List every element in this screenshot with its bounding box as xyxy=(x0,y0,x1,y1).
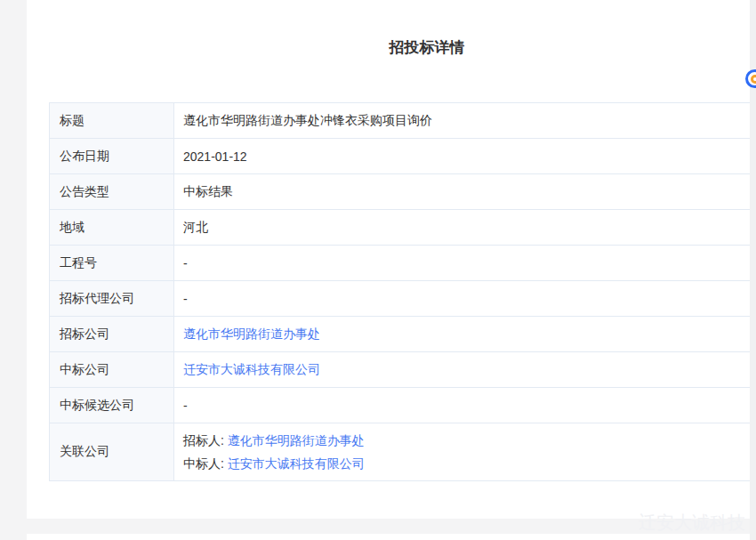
table-row: 招标代理公司 - xyxy=(50,281,756,317)
row-value: - xyxy=(174,388,756,423)
page-viewport: 招投标详情 标题 遵化市华明路街道办事处冲锋衣采购项目询价 公布日期 2021-… xyxy=(0,0,756,540)
bid-detail-table: 标题 遵化市华明路街道办事处冲锋衣采购项目询价 公布日期 2021-01-12 … xyxy=(49,102,756,481)
related-prefix: 中标人: xyxy=(183,456,228,471)
row-label: 公布日期 xyxy=(50,139,174,173)
row-label: 公告类型 xyxy=(50,174,174,209)
row-value: 2021-01-12 xyxy=(174,139,756,173)
related-tender-company-link[interactable]: 遵化市华明路街道办事处 xyxy=(228,433,365,447)
related-company-line: 招标人: 遵化市华明路街道办事处 xyxy=(183,429,365,452)
row-value: 迁安市大诚科技有限公司 xyxy=(174,352,756,387)
tender-company-link[interactable]: 遵化市华明路街道办事处 xyxy=(183,326,320,343)
concentric-circle-inner xyxy=(751,75,756,84)
table-row: 公告类型 中标结果 xyxy=(50,174,756,210)
next-section-card xyxy=(27,534,756,540)
table-row: 关联公司 招标人: 遵化市华明路街道办事处 中标人: 迁安市大诚科技有限公司 xyxy=(50,423,756,481)
project-no-value: - xyxy=(183,256,188,270)
row-label: 招标代理公司 xyxy=(50,281,174,316)
row-label: 标题 xyxy=(50,103,174,138)
notice-type-value: 中标结果 xyxy=(183,184,233,200)
candidate-company-value: - xyxy=(183,399,188,413)
winning-company-link[interactable]: 迁安市大诚科技有限公司 xyxy=(183,362,320,378)
row-value: 遵化市华明路街道办事处 xyxy=(174,317,756,351)
table-row: 公布日期 2021-01-12 xyxy=(50,139,756,174)
watermark: 迁安大诚科技 xyxy=(639,511,745,535)
publish-date-value: 2021-01-12 xyxy=(183,149,247,164)
table-row: 标题 遵化市华明路街道办事处冲锋衣采购项目询价 xyxy=(50,103,756,139)
row-value: - xyxy=(174,281,756,316)
related-prefix: 招标人: xyxy=(183,433,228,447)
row-label: 关联公司 xyxy=(50,423,174,480)
row-value: - xyxy=(174,246,756,280)
row-value: 河北 xyxy=(174,210,756,245)
row-label: 中标公司 xyxy=(50,352,174,387)
row-label: 招标公司 xyxy=(50,317,174,351)
related-company-line: 中标人: 迁安市大诚科技有限公司 xyxy=(183,452,365,475)
row-value: 招标人: 遵化市华明路街道办事处 中标人: 迁安市大诚科技有限公司 xyxy=(174,423,756,480)
related-winning-company-link[interactable]: 迁安市大诚科技有限公司 xyxy=(228,456,365,471)
page-title: 招投标详情 xyxy=(27,0,756,58)
row-label: 中标候选公司 xyxy=(50,388,174,423)
row-value: 遵化市华明路街道办事处冲锋衣采购项目询价 xyxy=(174,103,756,138)
region-value: 河北 xyxy=(183,220,208,236)
agent-company-value: - xyxy=(183,292,188,306)
row-value: 中标结果 xyxy=(174,174,756,209)
table-row: 招标公司 遵化市华明路街道办事处 xyxy=(50,317,756,352)
title-value: 遵化市华明路街道办事处冲锋衣采购项目询价 xyxy=(183,113,432,129)
table-row: 工程号 - xyxy=(50,246,756,281)
table-row: 中标候选公司 - xyxy=(50,388,756,423)
row-label: 地域 xyxy=(50,210,174,245)
detail-card: 招投标详情 标题 遵化市华明路街道办事处冲锋衣采购项目询价 公布日期 2021-… xyxy=(27,0,756,519)
row-label: 工程号 xyxy=(50,246,174,280)
table-row: 地域 河北 xyxy=(50,210,756,246)
table-row: 中标公司 迁安市大诚科技有限公司 xyxy=(50,352,756,388)
